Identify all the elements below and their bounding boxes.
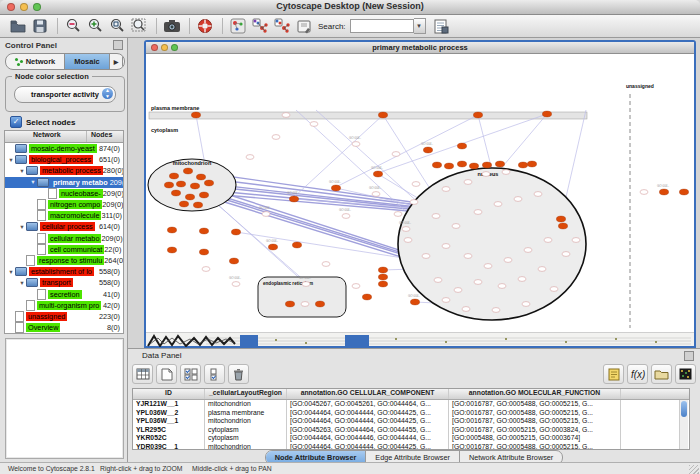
network-node[interactable]: [412, 182, 420, 187]
network-node[interactable]: [404, 238, 412, 243]
network-node[interactable]: [301, 302, 309, 307]
table-row[interactable]: YPL036W__2plasma membrane[GO:0044464, GO…: [133, 409, 689, 418]
zoom-out-icon[interactable]: [63, 17, 83, 35]
expand-triangle-icon[interactable]: ▼: [7, 157, 15, 163]
table-row[interactable]: YKR052Ccytoplasm[GO:0044464, GO:0044446,…: [133, 434, 689, 443]
network-node-highlighted[interactable]: [268, 244, 277, 250]
network-node-highlighted[interactable]: [444, 163, 453, 169]
select-nodes-option[interactable]: ✓ Select nodes: [10, 116, 75, 128]
network-node-highlighted[interactable]: [362, 294, 371, 300]
network-node-highlighted[interactable]: [482, 162, 491, 168]
help-icon[interactable]: [195, 17, 215, 35]
network-node-highlighted[interactable]: [495, 161, 504, 167]
tree-row-unassigned[interactable]: unassigned223(0): [5, 311, 123, 322]
table-row[interactable]: YLR295Ccytoplasm[GO:0045263, GO:0044464,…: [133, 426, 689, 435]
table-row[interactable]: YJR121W__1mitochondrion[GO:0045267, GO:0…: [133, 400, 689, 409]
network-node[interactable]: [392, 152, 400, 157]
network-node[interactable]: [522, 302, 530, 307]
network-node[interactable]: [502, 170, 510, 175]
tree-row-overview[interactable]: Overview8(0): [5, 322, 123, 333]
table-scrollbar-thumb[interactable]: [681, 401, 687, 417]
network-node[interactable]: [434, 278, 442, 283]
network-node-highlighted[interactable]: [432, 162, 441, 168]
vizmapper-icon[interactable]: [228, 17, 248, 35]
network-node-highlighted[interactable]: [176, 181, 185, 187]
attribute-browser-icon[interactable]: [432, 17, 452, 35]
select-attributes-icon[interactable]: [180, 364, 201, 384]
network-node-highlighted[interactable]: [469, 163, 478, 169]
attribute-table[interactable]: ID_cellularLayoutRegionannotation.GO CEL…: [132, 388, 690, 450]
network-node-highlighted[interactable]: [558, 223, 567, 229]
network-node-highlighted[interactable]: [229, 258, 238, 264]
network-node[interactable]: [422, 254, 430, 259]
network-node-highlighted[interactable]: [190, 183, 199, 189]
save-icon[interactable]: [30, 17, 50, 35]
network-node[interactable]: [514, 197, 522, 202]
plugin-merge-icon[interactable]: [272, 17, 292, 35]
table-scrollbar[interactable]: [679, 400, 688, 450]
network-node-highlighted[interactable]: [378, 267, 387, 273]
nucleus-region[interactable]: [398, 168, 586, 320]
network-node[interactable]: [550, 287, 558, 292]
network-node[interactable]: [262, 212, 270, 217]
tree-column-nodes[interactable]: Nodes: [87, 131, 123, 142]
tree-row-response-to-stimulu[interactable]: response to stimulu264(0): [5, 255, 123, 266]
expand-triangle-icon[interactable]: ▼: [18, 224, 26, 230]
tree-row-macromolecule[interactable]: macromolecule311(0): [5, 210, 123, 221]
network-node-highlighted[interactable]: [457, 161, 466, 167]
network-node-highlighted[interactable]: [199, 192, 208, 198]
network-node[interactable]: [504, 258, 512, 263]
delete-attribute-icon[interactable]: [228, 364, 249, 384]
network-node[interactable]: [352, 142, 360, 147]
network-node-highlighted[interactable]: [423, 147, 432, 153]
zoom-selected-icon[interactable]: [107, 17, 127, 35]
network-node[interactable]: [432, 214, 440, 219]
tree-row-cell-communicat[interactable]: cell communicat22(0): [5, 244, 123, 255]
network-node[interactable]: [464, 180, 472, 185]
network-node-highlighted[interactable]: [183, 168, 192, 174]
network-node-highlighted[interactable]: [199, 249, 208, 255]
tab-network[interactable]: Network: [6, 54, 65, 69]
plasma-membrane-region[interactable]: [149, 112, 587, 119]
annotation-icon[interactable]: [294, 17, 314, 35]
network-node-highlighted[interactable]: [171, 190, 180, 196]
expand-triangle-icon[interactable]: ▼: [18, 280, 26, 286]
tree-row-metabolic-process[interactable]: ▼metabolic process280(0): [5, 165, 123, 176]
open-file-icon[interactable]: [8, 17, 28, 35]
network-node[interactable]: [302, 282, 310, 287]
tab-mosaic[interactable]: Mosaic: [65, 54, 110, 69]
network-node-highlighted[interactable]: [185, 194, 194, 200]
network-node-highlighted[interactable]: [164, 182, 173, 188]
network-node[interactable]: [524, 248, 532, 253]
select-nodes-checkbox[interactable]: ✓: [10, 116, 22, 128]
network-node-highlighted[interactable]: [199, 228, 208, 234]
network-node[interactable]: [492, 308, 500, 313]
network-canvas[interactable]: plasma membrane cytoplasm mitochondrion …: [146, 54, 694, 332]
network-node-highlighted[interactable]: [679, 189, 688, 195]
network-node-highlighted[interactable]: [378, 112, 387, 118]
network-node-highlighted[interactable]: [410, 299, 419, 305]
network-node[interactable]: [544, 238, 552, 243]
formula-note-icon[interactable]: [603, 364, 624, 384]
network-node[interactable]: [246, 155, 254, 160]
network-tree-header[interactable]: Network Nodes: [5, 131, 123, 143]
column-header[interactable]: ID: [133, 389, 205, 399]
tree-column-network[interactable]: Network: [5, 131, 87, 142]
network-node-highlighted[interactable]: [331, 185, 340, 191]
network-node[interactable]: [272, 135, 280, 140]
network-node[interactable]: [442, 298, 450, 303]
network-node[interactable]: [474, 210, 482, 215]
network-node[interactable]: [534, 192, 542, 197]
tree-row-multi-organism-pro[interactable]: multi-organism pro42(0): [5, 300, 123, 311]
birdseye-view[interactable]: [5, 338, 124, 459]
network-node[interactable]: [454, 288, 462, 293]
network-node[interactable]: [498, 284, 506, 289]
network-node-highlighted[interactable]: [518, 162, 527, 168]
network-node-highlighted[interactable]: [315, 301, 324, 307]
network-node-highlighted[interactable]: [231, 229, 240, 235]
table-row[interactable]: YPL036W__1mitochondrion[GO:0044464, GO:0…: [133, 417, 689, 426]
column-header[interactable]: annotation.GO MOLECULAR_FUNCTION: [449, 389, 621, 399]
tree-row-cellular-metabo[interactable]: cellular metabo209(0): [5, 233, 123, 244]
color-attribute-select[interactable]: transporter activity ▲▼: [14, 86, 116, 103]
network-node[interactable]: [572, 238, 580, 243]
